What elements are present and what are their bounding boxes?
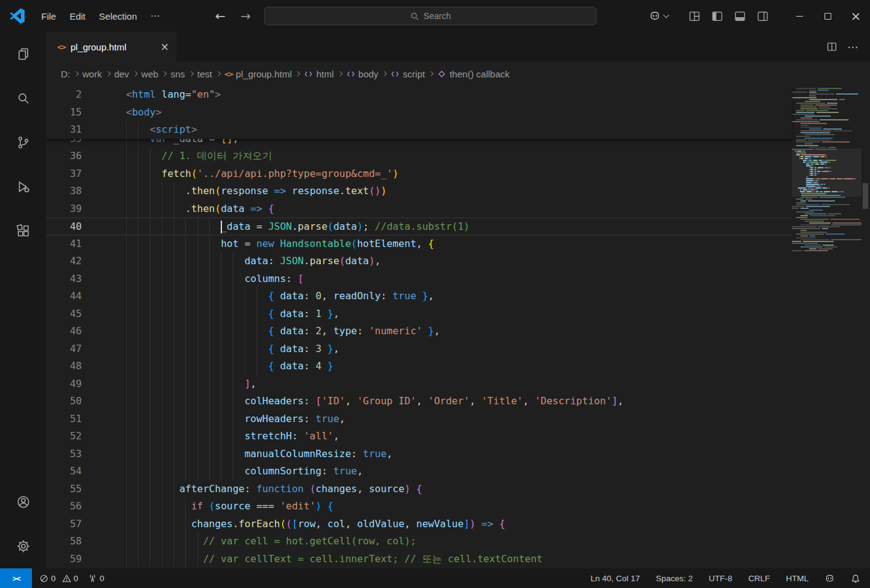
indent-guides	[126, 375, 245, 393]
search-icon[interactable]	[0, 76, 46, 120]
run-debug-icon[interactable]	[0, 165, 46, 209]
line-number: 53	[46, 445, 82, 463]
code-line-41[interactable]: 41hot = new Handsontable(hotElement, {	[46, 235, 792, 253]
cursor-position[interactable]: Ln 40, Col 17	[590, 574, 639, 583]
problems-indicator[interactable]: 0 0	[39, 574, 78, 583]
breadcrumb-label: html	[316, 69, 333, 79]
line-number: 48	[46, 358, 82, 375]
encoding[interactable]: UTF-8	[709, 574, 732, 583]
breadcrumb-item[interactable]: sns	[169, 69, 186, 79]
code-line-44[interactable]: 44{ data: 0, readOnly: true },	[46, 288, 792, 305]
toggle-secondary-sidebar-icon[interactable]	[757, 10, 769, 22]
copilot-status-icon[interactable]	[825, 573, 835, 584]
indent-guides	[126, 393, 245, 410]
breadcrumb-item[interactable]: <>pl_group.html	[223, 69, 293, 79]
account-icon[interactable]	[0, 480, 46, 524]
code-line-46[interactable]: 46{ data: 2, type: 'numeric' },	[46, 323, 792, 340]
code-line-40[interactable]: 40_data = JSON.parse(data); //data.subst…	[46, 218, 792, 235]
line-number: 41	[46, 235, 82, 253]
code-line-39[interactable]: 39.then(data => {	[46, 200, 792, 218]
editor-more-actions-icon[interactable]: ⋯	[847, 41, 859, 53]
explorer-icon[interactable]	[0, 32, 46, 76]
toggle-panel-icon[interactable]	[734, 10, 746, 22]
code-line-2[interactable]: 2<html lang="en">	[46, 86, 792, 104]
line-number: 45	[46, 305, 82, 323]
code-line-53[interactable]: 53manualColumnResize: true,	[46, 445, 792, 463]
eol[interactable]: CRLF	[748, 574, 770, 583]
code-line-36[interactable]: 36// 1. 데이터 가져오기	[46, 147, 792, 165]
editor[interactable]: 35var _data = [];36// 1. 데이터 가져오기37fetch…	[46, 86, 870, 568]
code-line-37[interactable]: 37fetch('../api/api.php?type=group&cmd=_…	[46, 165, 792, 183]
breadcrumb-item[interactable]: body	[345, 69, 380, 79]
indent-guides	[126, 121, 150, 139]
code-line-43[interactable]: 43columns: [	[46, 270, 792, 288]
line-number: 55	[46, 480, 82, 498]
code-line-52[interactable]: 52stretchH: 'all',	[46, 428, 792, 445]
remote-indicator[interactable]: ><	[0, 568, 32, 588]
split-editor-icon[interactable]	[826, 41, 837, 52]
code-line-42[interactable]: 42data: JSON.parse(data),	[46, 253, 792, 270]
breadcrumb-item[interactable]: test	[196, 69, 213, 79]
scrollbar[interactable]	[861, 86, 870, 568]
extensions-icon[interactable]	[0, 209, 46, 253]
ports-count: 0	[100, 574, 105, 583]
code-line-47[interactable]: 47{ data: 3 },	[46, 340, 792, 358]
warning-icon	[62, 574, 71, 583]
breadcrumb: D:workdevwebsnstest<>pl_group.htmlhtmlbo…	[46, 61, 870, 86]
ports-indicator[interactable]: 0	[88, 574, 105, 583]
line-number: 46	[46, 323, 82, 340]
forward-icon[interactable]: →	[240, 0, 251, 32]
menu-edit[interactable]: Edit	[63, 7, 92, 25]
close-icon[interactable]: ×	[842, 0, 870, 32]
code-line-58[interactable]: 58// var cell = hot.getCell(row, col);	[46, 533, 792, 551]
indentation[interactable]: Spaces: 2	[656, 574, 693, 583]
breadcrumb-item[interactable]: D:	[60, 69, 71, 79]
indent-guides	[126, 515, 191, 533]
language-mode[interactable]: HTML	[786, 574, 809, 583]
close-tab-icon[interactable]: ×	[160, 41, 169, 53]
minimize-icon[interactable]	[785, 0, 813, 32]
breadcrumb-item[interactable]: then() callback	[436, 69, 511, 79]
menu-file[interactable]: File	[34, 7, 63, 25]
code-line-45[interactable]: 45{ data: 1 },	[46, 305, 792, 323]
breadcrumb-item[interactable]: script	[389, 69, 426, 79]
breadcrumb-item[interactable]: html	[303, 69, 334, 79]
code-area[interactable]: 35var _data = [];36// 1. 데이터 가져오기37fetch…	[46, 130, 792, 568]
code-line-31[interactable]: 31<script>	[46, 121, 792, 139]
code-line-55[interactable]: 55afterChange: function (changes, source…	[46, 480, 792, 498]
maximize-icon[interactable]	[813, 0, 842, 32]
toggle-sidebar-icon[interactable]	[711, 10, 723, 22]
back-icon[interactable]: ←	[215, 0, 226, 32]
chevron-right-icon	[216, 71, 221, 76]
code-line-51[interactable]: 51rowHeaders: true,	[46, 410, 792, 428]
tab-pl-group-html[interactable]: <> pl_group.html ×	[46, 32, 176, 61]
source-control-icon[interactable]	[0, 120, 46, 165]
bell-icon[interactable]	[851, 574, 860, 583]
menu-more-icon[interactable]: ⋯	[144, 7, 167, 25]
customize-layout-icon[interactable]	[689, 10, 700, 22]
code-line-49[interactable]: 49],	[46, 375, 792, 393]
search-box[interactable]: Search	[264, 7, 596, 25]
indent-guides	[126, 428, 245, 445]
code-line-50[interactable]: 50colHeaders: ['ID', 'Group ID', 'Order'…	[46, 393, 792, 410]
code-line-38[interactable]: 38.then(response => response.text())	[46, 182, 792, 200]
symbol-tag-icon	[346, 69, 355, 79]
minimap-slider[interactable]	[792, 149, 861, 197]
line-number: 38	[46, 182, 82, 200]
code-line-56[interactable]: 56if (source === 'edit') {	[46, 498, 792, 515]
breadcrumb-item[interactable]: work	[81, 69, 103, 79]
code-line-59[interactable]: 59// var cellText = cell.innerText; // 또…	[46, 551, 792, 568]
text-cursor	[221, 221, 222, 233]
breadcrumb-item[interactable]: dev	[113, 69, 130, 79]
tab-bar: <> pl_group.html × ⋯	[46, 32, 870, 61]
code-line-57[interactable]: 57changes.forEach(([row, col, oldValue, …	[46, 515, 792, 533]
copilot-menu-button[interactable]	[649, 10, 668, 22]
code-line-54[interactable]: 54columnSorting: true,	[46, 463, 792, 480]
warning-count: 0	[74, 574, 79, 583]
menu-selection[interactable]: Selection	[92, 7, 144, 25]
scrollbar-thumb[interactable]	[863, 183, 868, 209]
settings-gear-icon[interactable]	[0, 524, 46, 568]
code-line-15[interactable]: 15<body>	[46, 104, 792, 122]
breadcrumb-item[interactable]: web	[140, 69, 160, 79]
code-line-48[interactable]: 48{ data: 4 }	[46, 358, 792, 375]
